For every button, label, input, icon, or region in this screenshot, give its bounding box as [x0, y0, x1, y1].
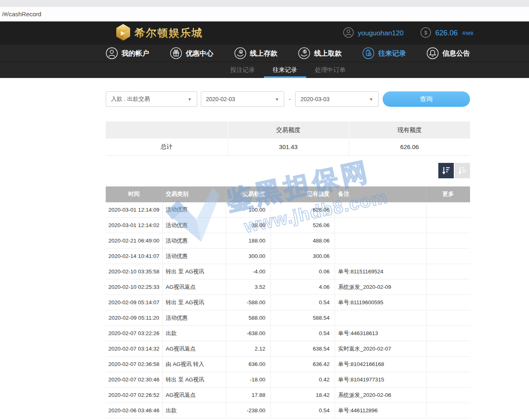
table-row: 2020-02-09 05:14:07转出 至 AG视讯-588.000.54单… [106, 295, 470, 310]
browser-url-bar[interactable]: /#/cashRecord [0, 7, 529, 22]
sort-descending-icon [442, 166, 451, 175]
cell-more [426, 310, 470, 326]
tab-processing-orders[interactable]: 处理中订单 [306, 62, 355, 78]
column-header-time: 时间 [106, 186, 162, 202]
cell-remark: 单号:81042166168 [335, 357, 426, 372]
transaction-type-select[interactable]: 入款 . 出款交易 ▼ [106, 91, 197, 107]
tab-betting-records[interactable]: 投注记录 [222, 62, 264, 78]
column-header-type: 交易类别 [162, 186, 226, 202]
cell-remark [335, 202, 426, 218]
header-user[interactable]: youguohan120 [343, 27, 404, 39]
cell-more [426, 295, 470, 310]
cell-balance: 636.42 [270, 357, 335, 372]
nav-item-announcements[interactable]: 信息公告 [427, 47, 470, 59]
table-row: 2020-02-07 02:30:46转出 至 AG视讯-18.000.42单号… [106, 372, 470, 388]
table-row: 2020-02-07 03:22:26出款-638.000.54单号:44631… [106, 326, 470, 341]
date-from-value: 2020-02-03 [206, 96, 235, 102]
sort-descending-button[interactable] [438, 163, 454, 178]
transactions-body: 2020-03-01 12:14:09活动优惠100.00626.062020-… [106, 202, 470, 418]
cell-balance: 18.42 [270, 388, 335, 403]
cell-time: 2020-03-01 12:14:02 [106, 218, 162, 233]
nav-item-my-account[interactable]: 我的帐户 [106, 47, 149, 59]
search-button[interactable]: 查询 [383, 91, 470, 107]
table-row: 2020-02-07 02:26:52AG视讯返点17.8818.42系统派发_… [106, 388, 470, 403]
table-row: 2020-02-10 03:35:58转出 至 AG视讯-4.000.06单号:… [106, 264, 470, 279]
summary-total-label: 总计 [106, 139, 228, 156]
sort-ascending-button[interactable] [455, 163, 470, 178]
cell-amount: 17.88 [226, 388, 270, 403]
table-row: 2020-03-01 12:14:02活动优惠38.00526.06 [106, 218, 470, 233]
cell-balance: 0.42 [270, 372, 335, 388]
nav-label: 往来记录 [378, 49, 406, 58]
date-from-select[interactable]: 2020-02-03 ▼ [201, 91, 285, 107]
sort-controls [106, 163, 470, 178]
cell-time: 2020-02-14 10:41:07 [106, 249, 162, 264]
cell-time: 2020-03-01 12:14:09 [106, 202, 162, 218]
nav-item-records[interactable]: 往来记录 [362, 47, 406, 59]
cell-remark: 单号:81041977315 [335, 372, 426, 388]
cell-balance: 0.54 [270, 295, 335, 310]
cell-remark: 单号:81151169524 [335, 264, 426, 279]
cell-type: AG视讯返点 [162, 388, 226, 403]
balance-currency: RMB [463, 31, 474, 36]
main-nav: 我的帐户 优惠中心 [0, 45, 529, 62]
svg-text:$: $ [425, 30, 428, 36]
nav-item-deposit[interactable]: 线上存款 [234, 47, 278, 59]
cell-more [426, 218, 470, 233]
tab-cash-records[interactable]: 往来记录 [264, 62, 306, 78]
filter-row: 入款 . 出款交易 ▼ 2020-02-03 ▼ - 2020-03-03 ▼ … [106, 91, 470, 107]
cell-balance: 0.54 [270, 326, 335, 341]
column-header-more: 更多 [426, 186, 470, 202]
deposit-icon [234, 47, 246, 59]
cell-type: AG视讯返点 [162, 279, 226, 295]
cell-remark [335, 249, 426, 264]
cell-more [426, 357, 470, 372]
username: youguohan120 [358, 29, 404, 37]
header-balance[interactable]: $ 626.06 RMB [420, 27, 474, 39]
transactions-table: 时间交易类别交易额度现有额度备注更多 2020-03-01 12:14:09活动… [106, 186, 470, 419]
cell-amount: 38.00 [226, 218, 270, 233]
cell-type: AG视讯返点 [162, 341, 226, 357]
table-header-row: 时间交易类别交易额度现有额度备注更多 [106, 186, 470, 202]
table-row: 2020-02-21 06:49:00活动优惠188.00488.06 [106, 233, 470, 249]
nav-item-promotions[interactable]: 优惠中心 [170, 47, 213, 59]
date-range-separator: - [284, 96, 295, 102]
cell-type: 由 AG视讯 转入 [162, 357, 226, 372]
cell-balance: 626.06 [270, 202, 335, 218]
cell-time: 2020-02-07 02:30:46 [106, 372, 162, 388]
summary-header-transaction: 交易额度 [228, 121, 349, 139]
cell-time: 2020-02-09 05:11:20 [106, 310, 162, 326]
bell-icon [427, 47, 439, 59]
nav-label: 信息公告 [442, 49, 470, 58]
cell-remark [335, 218, 426, 233]
cell-balance: 488.06 [270, 233, 335, 249]
cell-amount: -18.00 [226, 372, 270, 388]
cell-remark: 单号:446112896 [335, 403, 426, 418]
cell-type: 出款 [162, 326, 226, 341]
chevron-down-icon: ▼ [369, 97, 373, 102]
date-to-select[interactable]: 2020-03-03 ▼ [295, 91, 379, 107]
brand-logo[interactable]: 希尔顿娱乐城 [115, 24, 203, 43]
cell-time: 2020-02-10 03:35:58 [106, 264, 162, 279]
date-to-value: 2020-03-03 [300, 96, 330, 102]
cell-type: 出款 [162, 403, 226, 418]
cell-more [426, 326, 470, 341]
cell-balance: 588.54 [270, 310, 335, 326]
cell-amount: -638.00 [226, 326, 270, 341]
cell-balance: 4.06 [270, 279, 335, 295]
nav-item-withdraw[interactable]: 线上取款 [298, 47, 342, 59]
table-row: 2020-02-06 03:46:46出款-238.000.54单号:44611… [106, 403, 470, 418]
table-row: 2020-02-07 03:14:32AG视讯返点2.12638.54实时返水_… [106, 341, 470, 357]
summary-header-balance: 现有额度 [349, 121, 470, 139]
cell-amount: 636.00 [226, 357, 270, 372]
url-text: /#/cashRecord [2, 11, 41, 17]
cell-time: 2020-02-10 02:25:33 [106, 279, 162, 295]
cell-more [426, 372, 470, 388]
cell-type: 活动优惠 [162, 310, 226, 326]
table-row: 2020-02-07 02:36:58由 AG视讯 转入636.00636.42… [106, 357, 470, 372]
cell-time: 2020-02-06 03:46:46 [106, 403, 162, 418]
cell-type: 转出 至 AG视讯 [162, 372, 226, 388]
summary-table: 交易额度 现有额度 总计 301.43 626.06 [106, 121, 470, 156]
summary-transaction-total: 301.43 [228, 139, 349, 156]
summary-row: 总计 301.43 626.06 [106, 139, 470, 156]
